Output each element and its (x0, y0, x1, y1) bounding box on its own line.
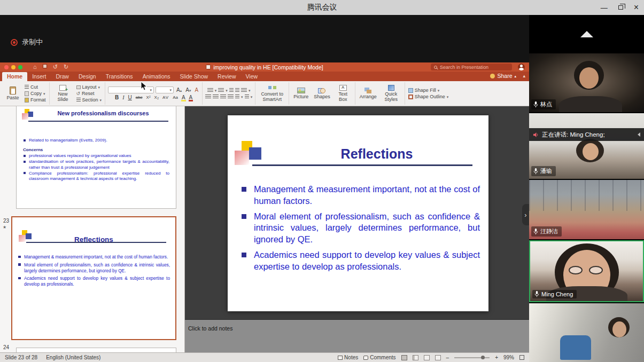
change-case-button[interactable]: Aa (172, 96, 179, 100)
font-color-button[interactable]: A (188, 95, 194, 100)
text-box-button[interactable]: A Text Box (334, 84, 352, 103)
minimize-icon[interactable]: — (601, 4, 608, 11)
ribbon-collapse-icon[interactable]: ▴ (523, 73, 525, 78)
active-speaker-text: 正在讲话: Ming Cheng; (542, 131, 605, 139)
slide-bullet[interactable]: Moral element of professionalism, such a… (239, 211, 480, 246)
shrink-font-button[interactable]: A▾ (184, 88, 192, 93)
tab-animations[interactable]: Animations (138, 72, 175, 81)
smartart-group: Convert to SmartArt (255, 82, 289, 105)
columns-button[interactable] (235, 95, 239, 99)
video-tile-participant-5[interactable] (529, 303, 644, 362)
reading-view-button[interactable] (424, 355, 430, 360)
close-traffic-icon[interactable] (4, 65, 9, 69)
clear-formatting-button[interactable]: A (193, 88, 199, 93)
video-tile-participant-2[interactable]: 潘瑜 (529, 113, 644, 179)
template-logo-icon (19, 230, 35, 247)
text-direction-button[interactable] (245, 95, 249, 99)
bold-button[interactable]: B (114, 95, 120, 100)
tab-slide-show[interactable]: Slide Show (175, 72, 213, 81)
shape-fill-button[interactable]: Shape Fill▾ (408, 88, 449, 93)
zoom-percent[interactable]: 99% (503, 355, 514, 360)
convert-smartart-button[interactable]: Convert to SmartArt (258, 84, 286, 103)
sidebar-collapse-button[interactable] (529, 15, 644, 53)
grow-font-button[interactable]: A▴ (175, 88, 183, 93)
tab-transitions[interactable]: Transitions (101, 72, 138, 81)
bullets-button[interactable] (207, 88, 213, 93)
line-spacing-button[interactable] (241, 88, 247, 93)
slide-body-textbox[interactable]: Management & measurement important, not … (239, 184, 480, 276)
picture-button[interactable]: Picture (292, 87, 310, 100)
underline-button[interactable]: U (127, 95, 133, 100)
current-slide-canvas[interactable]: Reflections Management & measurement imp… (228, 115, 488, 311)
zoom-out-button[interactable]: – (446, 355, 449, 360)
italic-button[interactable]: I (121, 95, 125, 100)
video-tile-active-speaker[interactable]: Ming Cheng (529, 240, 644, 302)
tab-insert[interactable]: Insert (27, 72, 51, 81)
align-center-button[interactable] (213, 95, 219, 99)
sidebar-collapse-handle[interactable]: › (522, 204, 529, 225)
tab-review[interactable]: Review (213, 72, 240, 81)
align-right-button[interactable] (220, 95, 226, 99)
tab-home[interactable]: Home (2, 72, 27, 81)
font-size-combo[interactable]: ▾ (156, 86, 174, 93)
save-icon[interactable] (43, 64, 47, 68)
slide-23-thumbnail-selected[interactable]: Reflections Management & measurement imp… (11, 216, 176, 340)
slide-24-thumbnail[interactable] (16, 348, 176, 352)
shapes-button[interactable]: Shapes (312, 87, 332, 100)
slideshow-view-button[interactable] (435, 355, 441, 360)
video-tile-participant-1[interactable]: 林点 (529, 53, 644, 112)
redo-icon[interactable]: ↻ (64, 64, 68, 70)
decrease-indent-button[interactable] (229, 88, 234, 93)
font-name-combo[interactable]: ▾ (108, 86, 154, 93)
arrange-button[interactable]: Arrange (358, 87, 378, 100)
slide-title-textbox[interactable]: Reflections (270, 146, 483, 162)
zoom-traffic-icon[interactable] (18, 65, 22, 69)
paste-button[interactable]: Paste (4, 86, 22, 101)
share-button[interactable]: Share ▴ (490, 73, 516, 79)
subscript-button[interactable]: X₂ (153, 96, 160, 100)
close-icon[interactable]: × (634, 3, 639, 12)
slide-bullet[interactable]: Academics need support to develop key va… (239, 249, 480, 273)
notes-toggle[interactable]: Notes (338, 355, 358, 360)
language-indicator[interactable]: English (United States) (46, 355, 100, 360)
section-button[interactable]: Section▾ (76, 97, 103, 103)
video-tile-participant-3[interactable]: 汪静洁 (529, 180, 644, 239)
fit-to-window-button[interactable] (519, 355, 524, 360)
justify-button[interactable] (228, 95, 234, 99)
tab-design[interactable]: Design (74, 72, 101, 81)
cut-button[interactable]: Cut (24, 84, 46, 90)
text-highlight-button[interactable]: A (181, 95, 187, 100)
new-slide-button[interactable]: New Slide (52, 84, 74, 103)
home-icon[interactable]: ⌂ (33, 64, 37, 70)
zoom-slider-thumb[interactable] (481, 356, 485, 359)
new-slide-icon (59, 85, 66, 91)
align-left-button[interactable] (205, 95, 211, 99)
zoom-slider[interactable] (454, 357, 490, 358)
tab-draw[interactable]: Draw (51, 72, 74, 81)
slide-22-thumbnail[interactable]: New professionalism discourses Related t… (16, 106, 176, 209)
comments-toggle[interactable]: Comments (363, 355, 395, 360)
minimize-traffic-icon[interactable] (11, 65, 15, 69)
character-spacing-button[interactable]: AV (161, 96, 170, 100)
restore-icon[interactable] (618, 5, 623, 10)
layout-button[interactable]: Layout▾ (76, 84, 103, 90)
slide-bullet[interactable]: Management & measurement important, not … (239, 184, 480, 207)
shape-outline-button[interactable]: Shape Outline▾ (408, 94, 449, 99)
reset-button[interactable]: ↺Reset (76, 91, 103, 96)
undo-icon[interactable]: ↺ (53, 64, 58, 70)
superscript-button[interactable]: X² (145, 96, 152, 100)
zoom-in-button[interactable]: + (495, 355, 498, 360)
tab-view[interactable]: View (241, 72, 263, 81)
format-painter-button[interactable]: Format (24, 97, 46, 103)
account-icon[interactable] (518, 64, 525, 70)
numbering-button[interactable] (218, 88, 224, 93)
slide-sorter-view-button[interactable] (413, 355, 418, 360)
increase-indent-button[interactable] (235, 88, 239, 93)
recording-label: 录制中 (22, 37, 43, 47)
notes-pane[interactable]: Click to add notes (185, 319, 529, 352)
copy-button[interactable]: Copy▾ (24, 91, 46, 96)
quick-styles-button[interactable]: Quick Styles (381, 84, 402, 103)
search-input[interactable]: Search in Presentation (431, 64, 512, 70)
strikethrough-button[interactable]: abc (135, 96, 144, 100)
normal-view-button[interactable] (401, 355, 407, 360)
